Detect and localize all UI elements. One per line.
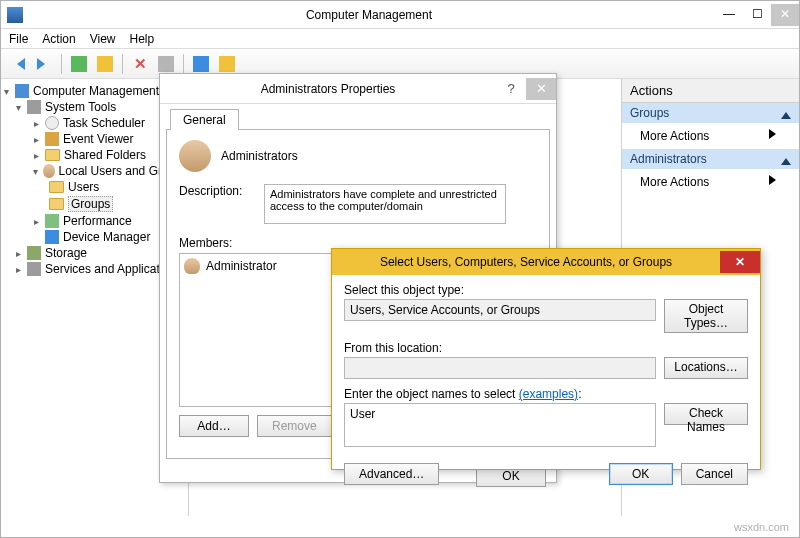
submenu-icon xyxy=(769,175,781,185)
tools-icon xyxy=(27,100,41,114)
minimize-button[interactable]: — xyxy=(715,4,743,26)
collapse-icon xyxy=(781,107,791,119)
help-icon xyxy=(193,56,209,72)
expand-icon[interactable]: ▾ xyxy=(13,102,23,113)
folder-icon xyxy=(49,198,64,210)
add-button[interactable]: Add… xyxy=(179,415,249,437)
dialog-close-button[interactable]: ✕ xyxy=(526,78,556,100)
storage-icon xyxy=(27,246,41,260)
expand-icon[interactable]: ▸ xyxy=(31,118,41,129)
object-type-field[interactable]: Users, Service Accounts, or Groups xyxy=(344,299,656,321)
examples-link[interactable]: (examples) xyxy=(519,387,578,401)
users-icon xyxy=(43,164,54,178)
help-button[interactable] xyxy=(190,53,212,75)
performance-icon xyxy=(45,214,59,228)
menu-action[interactable]: Action xyxy=(42,32,75,46)
refresh-icon xyxy=(158,56,174,72)
menu-help[interactable]: Help xyxy=(130,32,155,46)
description-field[interactable]: Administrators have complete and unrestr… xyxy=(264,184,506,224)
dialog-title: Administrators Properties xyxy=(160,82,496,96)
back-button[interactable] xyxy=(7,53,29,75)
ok-button[interactable]: OK xyxy=(609,463,673,485)
object-names-input[interactable]: User xyxy=(344,403,656,447)
plus-icon xyxy=(71,56,87,72)
delete-x-icon: ✕ xyxy=(134,57,147,71)
object-types-button[interactable]: Object Types… xyxy=(664,299,748,333)
locations-button[interactable]: Locations… xyxy=(664,357,748,379)
expand-icon[interactable]: ▸ xyxy=(31,150,41,161)
tree-label: Computer Management xyxy=(33,84,159,98)
tree-label: Storage xyxy=(45,246,87,260)
actions-section-administrators[interactable]: Administrators xyxy=(622,149,799,169)
dialog-titlebar: Select Users, Computers, Service Account… xyxy=(332,249,760,275)
label-object-type: Select this object type: xyxy=(344,283,748,297)
expand-icon[interactable]: ▸ xyxy=(31,216,41,227)
computer-icon xyxy=(15,84,29,98)
tree-label: Performance xyxy=(63,214,132,228)
separator xyxy=(122,54,123,74)
actions-more-administrators[interactable]: More Actions xyxy=(622,169,799,195)
dialog-title: Select Users, Computers, Service Account… xyxy=(332,255,720,269)
app-icon xyxy=(7,7,23,23)
check-names-button[interactable]: Check Names xyxy=(664,403,748,425)
arrow-right-icon xyxy=(37,58,51,70)
properties-button[interactable] xyxy=(94,53,116,75)
expand-icon[interactable]: ▾ xyxy=(31,166,39,177)
delete-button[interactable]: ✕ xyxy=(129,53,151,75)
close-button[interactable]: ✕ xyxy=(771,4,799,26)
tree-label: Device Manager xyxy=(63,230,150,244)
group-name: Administrators xyxy=(221,149,298,163)
actions-item-label: More Actions xyxy=(640,175,709,189)
tab-general[interactable]: General xyxy=(170,109,239,130)
label-description: Description: xyxy=(179,184,254,198)
menu-file[interactable]: File xyxy=(9,32,28,46)
clock-icon xyxy=(45,116,59,130)
tree-label: Event Viewer xyxy=(63,132,133,146)
submenu-icon xyxy=(769,129,781,139)
view-button[interactable] xyxy=(216,53,238,75)
separator xyxy=(183,54,184,74)
tree-label: Shared Folders xyxy=(64,148,146,162)
actions-more-groups[interactable]: More Actions xyxy=(622,123,799,149)
arrow-left-icon xyxy=(11,58,25,70)
section-title: Groups xyxy=(630,106,669,120)
dialog-close-button[interactable]: ✕ xyxy=(720,251,760,273)
member-name: Administrator xyxy=(206,259,277,273)
titlebar: Computer Management — ☐ ✕ xyxy=(1,1,799,29)
remove-button[interactable]: Remove xyxy=(257,415,332,437)
menu-view[interactable]: View xyxy=(90,32,116,46)
folder-icon xyxy=(45,149,60,161)
expand-icon[interactable]: ▸ xyxy=(13,248,23,259)
user-icon xyxy=(184,258,200,274)
select-users-dialog: Select Users, Computers, Service Account… xyxy=(331,248,761,470)
tree-label: Groups xyxy=(68,196,113,212)
actions-item-label: More Actions xyxy=(640,129,709,143)
collapse-icon xyxy=(781,153,791,165)
label-location: From this location: xyxy=(344,341,748,355)
tabstrip: General xyxy=(160,104,556,129)
forward-button[interactable] xyxy=(33,53,55,75)
tile-icon xyxy=(219,56,235,72)
expand-icon[interactable]: ▸ xyxy=(31,134,41,145)
device-icon xyxy=(45,230,59,244)
cancel-button[interactable]: Cancel xyxy=(681,463,748,485)
services-icon xyxy=(27,262,41,276)
add-button[interactable] xyxy=(68,53,90,75)
advanced-button[interactable]: Advanced… xyxy=(344,463,439,485)
refresh-button[interactable] xyxy=(155,53,177,75)
window-title: Computer Management xyxy=(23,8,715,22)
expand-icon[interactable]: ▸ xyxy=(13,264,23,275)
dialog-titlebar: Administrators Properties ? ✕ xyxy=(160,74,556,104)
location-field[interactable] xyxy=(344,357,656,379)
section-title: Administrators xyxy=(630,152,707,166)
separator xyxy=(61,54,62,74)
group-icon xyxy=(179,140,211,172)
label-object-names: Enter the object names to select (exampl… xyxy=(344,387,748,401)
actions-section-groups[interactable]: Groups xyxy=(622,103,799,123)
maximize-button[interactable]: ☐ xyxy=(743,4,771,26)
expand-icon[interactable]: ▾ xyxy=(1,86,11,97)
tree-label: Users xyxy=(68,180,99,194)
tree-label: Task Scheduler xyxy=(63,116,145,130)
watermark: wsxdn.com xyxy=(734,521,789,533)
dialog-help-button[interactable]: ? xyxy=(496,78,526,100)
